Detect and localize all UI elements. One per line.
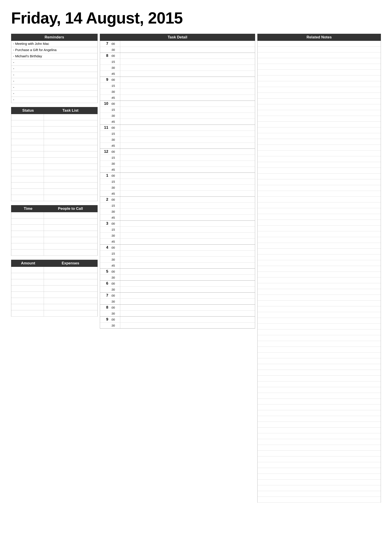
hour-label: 5 [100, 269, 110, 274]
time-row: :45 [100, 215, 255, 220]
time-detail-cell[interactable] [120, 275, 255, 280]
time-row: :30 [100, 65, 255, 71]
time-detail-cell[interactable] [120, 263, 255, 268]
time-detail-cell[interactable] [120, 203, 255, 208]
note-row [257, 237, 381, 243]
minute-label: :30 [110, 312, 120, 315]
time-detail-cell[interactable] [120, 173, 255, 178]
time-detail-cell[interactable] [120, 185, 255, 190]
expenses-section: Amount Expenses [11, 260, 98, 317]
time-row: :30 [100, 311, 255, 316]
time-detail-cell[interactable] [120, 197, 255, 203]
time-detail-cell[interactable] [120, 251, 255, 256]
time-detail-cell[interactable] [120, 317, 255, 322]
time-row: :15 [100, 107, 255, 113]
expense-row [11, 279, 97, 285]
minute-label: :15 [110, 84, 120, 88]
time-detail-cell[interactable] [120, 292, 255, 298]
note-row [257, 93, 381, 99]
time-detail-cell[interactable] [120, 221, 255, 226]
minute-label: :15 [110, 132, 120, 135]
time-detail-cell[interactable] [120, 71, 255, 77]
task-list-col2: Task List [44, 108, 97, 113]
time-row: :15 [100, 155, 255, 161]
hour-label: 1 [100, 173, 110, 178]
time-detail-cell[interactable] [120, 322, 255, 328]
time-detail-cell[interactable] [120, 143, 255, 148]
minute-label: :00 [110, 222, 120, 225]
time-detail-cell[interactable] [120, 77, 255, 83]
note-row [257, 491, 381, 497]
time-detail-cell[interactable] [120, 215, 255, 220]
time-detail-cell[interactable] [120, 101, 255, 107]
note-row [257, 283, 381, 289]
note-row [257, 260, 381, 266]
time-detail-cell[interactable] [120, 107, 255, 113]
time-detail-cell[interactable] [120, 167, 255, 173]
time-row: :15 [100, 203, 255, 209]
time-detail-cell[interactable] [120, 305, 255, 310]
note-row [257, 341, 381, 347]
note-row [257, 433, 381, 439]
time-detail-cell[interactable] [120, 137, 255, 143]
time-detail-cell[interactable] [120, 41, 255, 47]
time-row: :45 [100, 95, 255, 101]
time-detail-cell[interactable] [120, 281, 255, 286]
time-detail-cell[interactable] [120, 239, 255, 244]
time-row: 8:00 [100, 53, 255, 59]
time-row: 9:00 [100, 77, 255, 83]
time-row: :30 [100, 47, 255, 53]
hour-block: 7:00:30 [100, 41, 255, 53]
time-detail-cell[interactable] [120, 125, 255, 131]
task-row [11, 133, 97, 139]
note-row [257, 474, 381, 480]
expense-row [11, 304, 97, 310]
time-detail-cell[interactable] [120, 209, 255, 214]
time-detail-cell[interactable] [120, 53, 255, 58]
task-row [11, 145, 97, 151]
minute-label: :30 [110, 162, 120, 165]
time-detail-cell[interactable] [120, 233, 255, 238]
call-row [11, 249, 97, 256]
time-detail-cell[interactable] [120, 155, 255, 161]
time-row: 8:00 [100, 305, 255, 311]
time-detail-cell[interactable] [120, 191, 255, 197]
note-row [257, 185, 381, 191]
reminders-header: Reminders [11, 34, 98, 41]
time-detail-cell[interactable] [120, 47, 255, 53]
expenses-rows [11, 267, 98, 317]
time-detail-cell[interactable] [120, 95, 255, 101]
note-row [257, 329, 381, 335]
time-detail-cell[interactable] [120, 269, 255, 274]
time-detail-cell[interactable] [120, 131, 255, 137]
time-detail-cell[interactable] [120, 227, 255, 233]
reminder-item-9: - [11, 91, 97, 97]
note-row [257, 445, 381, 451]
time-detail-cell[interactable] [120, 65, 255, 71]
time-detail-cell[interactable] [120, 257, 255, 263]
time-row: 10:00 [100, 101, 255, 107]
minute-label: :00 [110, 306, 120, 309]
time-detail-cell[interactable] [120, 113, 255, 118]
reminder-item-3: - Michael's Birthday [11, 53, 97, 59]
hour-label: 12 [100, 149, 110, 154]
time-detail-cell[interactable] [120, 245, 255, 250]
time-detail-cell[interactable] [120, 119, 255, 124]
time-detail-cell[interactable] [120, 311, 255, 316]
hour-label: 6 [100, 281, 110, 286]
minute-label: :00 [110, 318, 120, 321]
time-row: 3:00 [100, 221, 255, 227]
time-detail-cell[interactable] [120, 89, 255, 95]
time-detail-cell[interactable] [120, 161, 255, 167]
hour-block: 7:00:30 [100, 292, 255, 305]
time-detail-cell[interactable] [120, 287, 255, 292]
time-detail-cell[interactable] [120, 59, 255, 65]
hour-label: 10 [100, 102, 110, 106]
time-detail-cell[interactable] [120, 149, 255, 154]
note-row [257, 156, 381, 162]
time-detail-cell[interactable] [120, 179, 255, 184]
time-detail-cell[interactable] [120, 299, 255, 304]
time-row: :15 [100, 83, 255, 89]
time-detail-cell[interactable] [120, 83, 255, 88]
note-row [257, 381, 381, 387]
